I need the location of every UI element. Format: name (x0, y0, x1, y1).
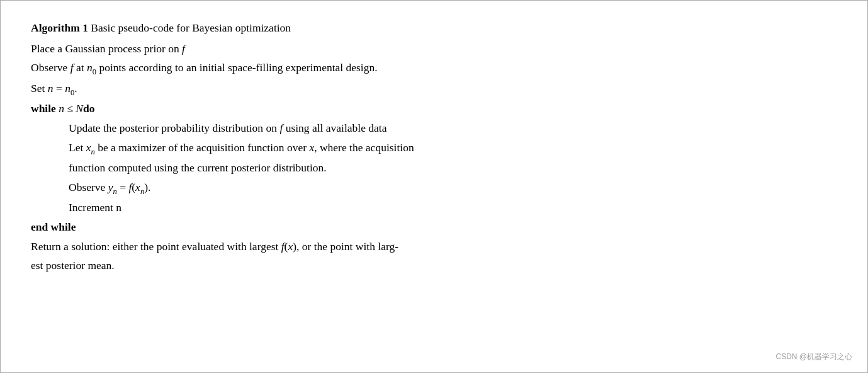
algo-line-1: Place a Gaussian process prior on f (31, 39, 837, 59)
algo-line-3: Set n = n0. (31, 79, 837, 100)
algo-line-12: est posterior mean. (31, 256, 837, 275)
algo-line-10: end while (31, 217, 837, 237)
algo-line-11: Return a solution: either the point eval… (31, 237, 837, 256)
algo-line-5: Update the posterior probability distrib… (31, 118, 837, 138)
algo-line-9: Increment n (31, 198, 837, 217)
algorithm-title: Algorithm 1 Basic pseudo-code for Bayesi… (31, 18, 837, 38)
algo-line-4: while n ≤ Ndo (31, 99, 837, 118)
watermark: CSDN @机器学习之心 (775, 352, 852, 362)
algorithm-box: Algorithm 1 Basic pseudo-code for Bayesi… (0, 0, 868, 373)
algo-line-7: function computed using the current post… (31, 158, 837, 178)
algo-line-8: Observe yn = f(xn). (31, 178, 837, 198)
algorithm-title-bold: Algorithm 1 (31, 21, 88, 34)
algo-line-2: Observe f at n0 points according to an i… (31, 58, 837, 79)
algo-line-6: Let xn be a maximizer of the acquisition… (31, 138, 837, 159)
algorithm-title-rest: Basic pseudo-code for Bayesian optimizat… (88, 21, 291, 34)
